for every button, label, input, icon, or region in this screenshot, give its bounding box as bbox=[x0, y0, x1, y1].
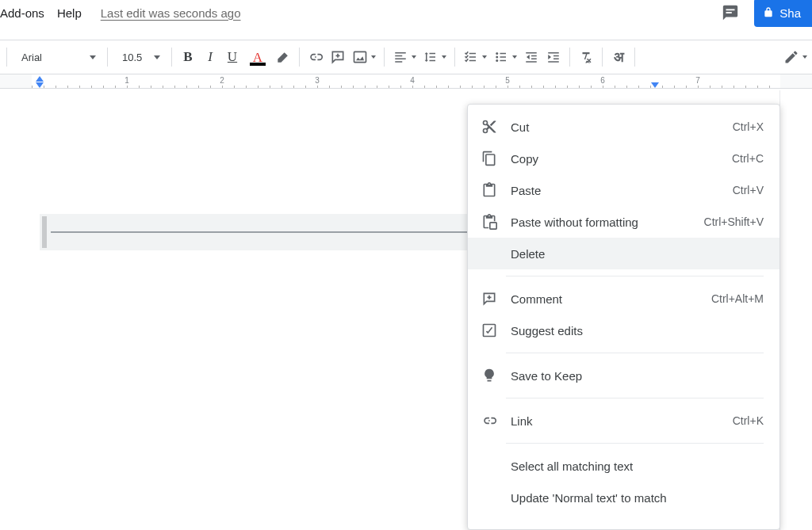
input-tools-icon: अ bbox=[614, 49, 624, 66]
chevron-down-icon bbox=[412, 55, 416, 59]
ctx-shortcut: Ctrl+Shift+V bbox=[704, 215, 764, 228]
image-icon bbox=[352, 49, 368, 65]
svg-rect-6 bbox=[490, 223, 496, 229]
highlighter-icon bbox=[275, 49, 291, 65]
ruler-number: 6 bbox=[600, 76, 605, 85]
ctx-update-normal[interactable]: Update 'Normal text' to match bbox=[468, 482, 779, 513]
first-line-indent-marker[interactable] bbox=[36, 76, 44, 82]
ctx-save-keep[interactable]: Save to Keep bbox=[468, 360, 779, 391]
svg-rect-0 bbox=[726, 9, 735, 10]
clear-formatting-icon bbox=[579, 50, 593, 64]
context-menu-separator bbox=[506, 398, 764, 398]
ctx-delete[interactable]: Delete bbox=[468, 238, 779, 269]
insert-image-button[interactable] bbox=[350, 46, 370, 68]
pencil-icon bbox=[783, 49, 799, 65]
context-menu: CutCtrl+XCopyCtrl+CPasteCtrl+VPaste with… bbox=[467, 104, 780, 530]
ctx-label: Comment bbox=[511, 292, 711, 306]
font-size-dropdown[interactable]: 10.5 bbox=[114, 46, 165, 68]
increase-indent-icon bbox=[546, 50, 561, 64]
ruler-number: 3 bbox=[315, 76, 320, 85]
ruler[interactable]: 1234567 bbox=[0, 74, 812, 89]
keep-icon bbox=[481, 367, 498, 384]
add-comment-button[interactable] bbox=[328, 46, 347, 68]
ctx-label: Copy bbox=[511, 152, 732, 166]
highlight-color-button[interactable] bbox=[274, 46, 293, 68]
ctx-shortcut: Ctrl+X bbox=[733, 120, 764, 133]
bold-button[interactable]: B bbox=[178, 46, 197, 68]
align-button[interactable] bbox=[391, 46, 410, 68]
svg-point-5 bbox=[496, 59, 498, 62]
ctx-suggest[interactable]: Suggest edits bbox=[468, 315, 779, 346]
line-spacing-icon bbox=[423, 50, 438, 64]
ctx-copy[interactable]: CopyCtrl+C bbox=[468, 143, 779, 174]
comment-add-icon bbox=[481, 290, 498, 307]
right-indent-marker[interactable] bbox=[651, 82, 659, 88]
font-dropdown[interactable]: Arial bbox=[13, 46, 101, 68]
decrease-indent-icon bbox=[524, 50, 538, 64]
italic-button[interactable]: I bbox=[201, 46, 220, 68]
ruler-number: 7 bbox=[695, 76, 700, 85]
menu-addons[interactable]: Add-ons bbox=[0, 3, 51, 23]
ruler-number: 5 bbox=[505, 76, 510, 85]
ctx-shortcut: Ctrl+V bbox=[733, 184, 764, 196]
chevron-down-icon bbox=[371, 55, 376, 59]
link-icon bbox=[308, 49, 324, 65]
text-color-button[interactable]: A bbox=[245, 46, 270, 68]
bulleted-list-icon bbox=[494, 50, 508, 64]
ctx-paste-no-fmt[interactable]: Paste without formattingCtrl+Shift+V bbox=[468, 206, 779, 238]
context-menu-separator bbox=[506, 443, 764, 444]
chevron-down-icon bbox=[154, 55, 160, 59]
ctx-label: Paste bbox=[511, 184, 733, 197]
checklist-icon bbox=[464, 50, 478, 64]
text-color-icon: A bbox=[253, 51, 262, 64]
open-comment-history-button[interactable] bbox=[718, 0, 743, 25]
cut-icon bbox=[481, 118, 498, 135]
svg-point-3 bbox=[496, 52, 498, 55]
left-indent-marker[interactable] bbox=[36, 82, 44, 88]
ctx-sel-match[interactable]: Select all matching text bbox=[468, 450, 779, 482]
ctx-label: Paste without formatting bbox=[511, 215, 704, 229]
ctx-shortcut: Ctrl+K bbox=[733, 414, 764, 427]
ctx-label: Select all matching text bbox=[511, 459, 764, 473]
ctx-link[interactable]: LinkCtrl+K bbox=[468, 405, 779, 437]
ctx-label: Update 'Normal text' to match bbox=[511, 491, 764, 505]
ctx-shortcut: Ctrl+C bbox=[732, 152, 764, 165]
paste-icon bbox=[481, 181, 498, 199]
ctx-cut[interactable]: CutCtrl+X bbox=[468, 111, 779, 143]
checklist-button[interactable] bbox=[462, 46, 481, 68]
decrease-indent-button[interactable] bbox=[522, 46, 541, 68]
copy-icon bbox=[481, 150, 498, 167]
chevron-down-icon bbox=[482, 55, 487, 59]
comment-add-icon bbox=[330, 49, 346, 65]
insert-link-button[interactable] bbox=[306, 46, 325, 68]
ctx-label: Suggest edits bbox=[511, 324, 764, 337]
clear-formatting-button[interactable] bbox=[576, 46, 596, 68]
align-left-icon bbox=[393, 50, 408, 64]
ruler-number: 1 bbox=[124, 76, 129, 85]
ctx-shortcut: Ctrl+Alt+M bbox=[711, 292, 764, 305]
input-tools-button[interactable]: अ bbox=[609, 46, 628, 68]
chevron-down-icon bbox=[90, 55, 96, 59]
chevron-down-icon bbox=[442, 55, 446, 59]
increase-indent-button[interactable] bbox=[544, 46, 563, 68]
bulleted-list-button[interactable] bbox=[492, 46, 511, 68]
menubar: Add-ons Help Last edit was seconds ago bbox=[0, 0, 812, 25]
line-spacing-button[interactable] bbox=[421, 46, 440, 68]
share-button[interactable]: Sha bbox=[754, 0, 812, 27]
editing-mode-button[interactable] bbox=[782, 46, 801, 68]
font-dropdown-value: Arial bbox=[21, 51, 42, 63]
ctx-paste[interactable]: PasteCtrl+V bbox=[468, 174, 779, 206]
menu-help[interactable]: Help bbox=[51, 3, 88, 23]
font-size-value: 10.5 bbox=[122, 51, 142, 63]
svg-rect-2 bbox=[354, 51, 366, 62]
ctx-comment[interactable]: CommentCtrl+Alt+M bbox=[468, 283, 779, 315]
suggest-icon bbox=[481, 322, 498, 339]
ruler-number: 2 bbox=[220, 76, 224, 85]
bold-icon: B bbox=[183, 49, 192, 65]
svg-point-4 bbox=[496, 56, 498, 59]
link-icon bbox=[481, 412, 498, 429]
ctx-label: Delete bbox=[511, 247, 764, 261]
chevron-down-icon bbox=[512, 55, 517, 59]
last-edit-link[interactable]: Last edit was seconds ago bbox=[101, 6, 241, 20]
underline-button[interactable]: U bbox=[223, 46, 242, 68]
